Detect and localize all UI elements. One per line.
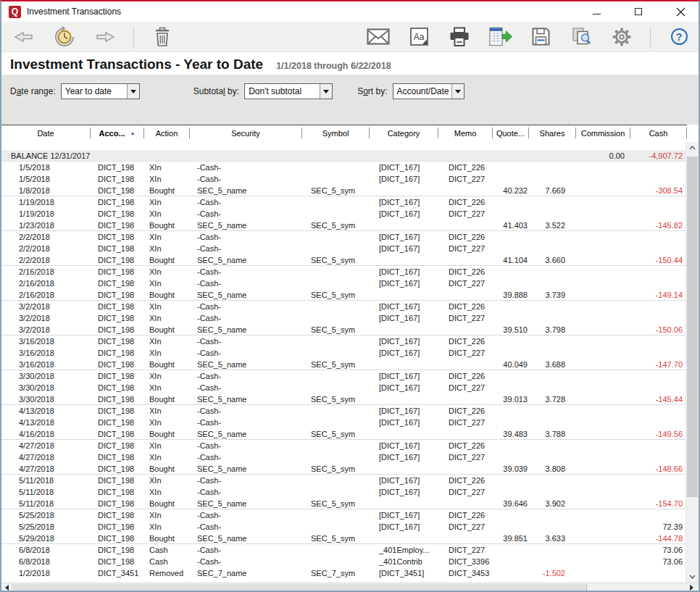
transaction-row[interactable]: 5/11/2018DICT_198BoughtSEC_5_nameSEC_5_s… xyxy=(1,498,687,509)
transaction-row[interactable]: 3/30/2018DICT_198BoughtSEC_5_nameSEC_5_s… xyxy=(1,393,687,405)
scroll-right-button[interactable] xyxy=(687,583,697,592)
cell-category: [DICT_167] xyxy=(370,383,438,392)
column-header-security[interactable]: Security xyxy=(190,128,302,138)
column-header-symbol[interactable]: Symbol xyxy=(302,128,370,138)
vertical-scroll-thumb[interactable] xyxy=(687,157,698,497)
transaction-row[interactable]: 3/30/2018DICT_198XIn-Cash-[DICT_167]DICT… xyxy=(1,370,687,382)
preview-button[interactable] xyxy=(569,25,593,49)
transaction-row[interactable]: 3/16/2018DICT_198XIn-Cash-[DICT_167]DICT… xyxy=(1,335,687,347)
cell-date: 4/13/2018 xyxy=(1,407,91,415)
cell-security: -Cash- xyxy=(190,337,302,346)
transaction-row[interactable]: 5/11/2018DICT_198XIn-Cash-[DICT_167]DICT… xyxy=(1,486,687,498)
transaction-row[interactable]: 1/19/2018DICT_198XIn-Cash-[DICT_167]DICT… xyxy=(1,196,687,208)
cell-security: -Cash- xyxy=(190,279,302,288)
cell-commission: 0.00 xyxy=(576,151,630,160)
transaction-row[interactable]: 2/16/2018DICT_198XIn-Cash-[DICT_167]DICT… xyxy=(1,266,687,278)
print-button[interactable] xyxy=(447,25,472,49)
column-header-memo[interactable]: Memo xyxy=(438,128,493,138)
cell-account: DICT_198 xyxy=(91,488,144,496)
history-button[interactable] xyxy=(52,25,77,49)
subtotal-by-dropdown[interactable]: Don't subtotal xyxy=(244,83,333,99)
transaction-row[interactable]: 4/16/2018DICT_198BoughtSEC_5_nameSEC_5_s… xyxy=(1,428,687,440)
cell-cash: -150.06 xyxy=(630,325,687,334)
transaction-row[interactable]: 3/2/2018DICT_198XIn-Cash-[DICT_167]DICT_… xyxy=(1,301,687,312)
column-header-date[interactable]: Date xyxy=(1,128,91,138)
transaction-row[interactable]: 3/16/2018DICT_198BoughtSEC_5_nameSEC_5_s… xyxy=(1,359,687,370)
help-button[interactable]: ? xyxy=(667,25,691,49)
transaction-row[interactable]: 2/2/2018DICT_198BoughtSEC_5_nameSEC_5_sy… xyxy=(1,254,687,266)
cell-date: 5/11/2018 xyxy=(1,476,91,485)
balance-row[interactable]: BALANCE 12/31/20170.00-4,907.72 xyxy=(1,150,687,162)
cell-quote: 39.510 xyxy=(493,325,529,334)
minimize-button[interactable] xyxy=(588,4,604,19)
transaction-row[interactable]: 2/2/2018DICT_198XIn-Cash-[DICT_167]DICT_… xyxy=(1,243,687,254)
transaction-row[interactable]: 4/27/2018DICT_198BoughtSEC_5_nameSEC_5_s… xyxy=(1,463,687,475)
vertical-scrollbar[interactable] xyxy=(686,142,699,583)
transaction-row[interactable]: 3/2/2018DICT_198BoughtSEC_5_nameSEC_5_sy… xyxy=(1,324,687,335)
print-preview-icon xyxy=(570,27,592,47)
scroll-up-icon xyxy=(689,146,696,150)
cell-shares: 3.688 xyxy=(529,360,576,369)
date-range-dropdown[interactable]: Year to date xyxy=(61,83,140,99)
transaction-row[interactable]: 6/8/2018DICT_198Cash-Cash-_401Employ...D… xyxy=(1,544,687,556)
transaction-row[interactable]: 4/27/2018DICT_198XIn-Cash-[DICT_167]DICT… xyxy=(1,451,687,463)
column-header-quote[interactable]: Quote... xyxy=(493,128,529,138)
scroll-down-button[interactable] xyxy=(686,571,699,583)
column-header-action[interactable]: Action xyxy=(144,128,190,138)
cell-date: 1/8/2018 xyxy=(1,186,91,195)
cell-memo: DICT_227 xyxy=(438,314,493,322)
chevron-down-icon xyxy=(451,84,464,99)
save-button[interactable] xyxy=(528,25,553,49)
transaction-row[interactable]: 3/16/2018DICT_198XIn-Cash-[DICT_167]DICT… xyxy=(1,347,687,359)
transaction-row[interactable]: 5/25/2018DICT_198XIn-Cash-[DICT_167]DICT… xyxy=(1,509,687,521)
back-button[interactable] xyxy=(12,25,36,49)
transaction-row[interactable]: 2/2/2018DICT_198XIn-Cash-[DICT_167]DICT_… xyxy=(1,231,687,243)
transaction-row[interactable]: 4/13/2018DICT_198XIn-Cash-[DICT_167]DICT… xyxy=(1,405,687,417)
horizontal-scrollbar[interactable] xyxy=(1,583,699,592)
transaction-row[interactable]: 2/16/2018DICT_198XIn-Cash-[DICT_167]DICT… xyxy=(1,278,687,289)
transaction-row[interactable]: 1/5/2018DICT_198XIn-Cash-[DICT_167]DICT_… xyxy=(1,173,687,185)
transaction-row[interactable]: 5/25/2018DICT_198XIn-Cash-[DICT_167]DICT… xyxy=(1,521,687,533)
settings-button[interactable] xyxy=(609,25,634,49)
font-button[interactable]: Aa xyxy=(407,25,431,49)
transaction-row[interactable]: 5/29/2018DICT_198BoughtSEC_5_nameSEC_5_s… xyxy=(1,533,687,544)
cell-security: SEC_7_name xyxy=(190,569,302,578)
cell-shares: 3.660 xyxy=(529,256,576,264)
transaction-row[interactable]: 6/8/2018DICT_198Cash-Cash-_401ContribDIC… xyxy=(1,556,687,567)
transaction-row[interactable]: 1/2/2018DICT_3451RemovedSEC_7_nameSEC_7_… xyxy=(1,567,687,579)
email-button[interactable] xyxy=(366,25,391,49)
transaction-row[interactable]: 3/30/2018DICT_198XIn-Cash-[DICT_167]DICT… xyxy=(1,382,687,393)
cell-action: XIn xyxy=(144,511,190,520)
cell-account: DICT_198 xyxy=(91,314,144,322)
horizontal-scroll-thumb[interactable] xyxy=(12,584,587,592)
maximize-button[interactable] xyxy=(630,4,646,19)
delete-button[interactable] xyxy=(150,25,175,49)
cell-memo: DICT_3453 xyxy=(438,569,493,578)
transaction-row[interactable]: 1/19/2018DICT_198XIn-Cash-[DICT_167]DICT… xyxy=(1,208,687,220)
transaction-row[interactable]: 3/2/2018DICT_198XIn-Cash-[DICT_167]DICT_… xyxy=(1,312,687,324)
transaction-row[interactable]: 2/16/2018DICT_198BoughtSEC_5_nameSEC_5_s… xyxy=(1,289,687,301)
transaction-row[interactable]: 1/23/2018DICT_198BoughtSEC_5_nameSEC_5_s… xyxy=(1,220,687,231)
transaction-row[interactable]: 4/27/2018DICT_198XIn-Cash-[DICT_167]DICT… xyxy=(1,440,687,451)
column-header-account[interactable]: Acco...▲ xyxy=(91,128,144,138)
sort-by-dropdown[interactable]: Account/Date xyxy=(393,83,464,99)
scroll-left-button[interactable] xyxy=(1,583,12,592)
transaction-row[interactable]: 1/8/2018DICT_198BoughtSEC_5_nameSEC_5_sy… xyxy=(1,185,687,196)
column-header-commission[interactable]: Commission xyxy=(576,128,630,138)
export-button[interactable] xyxy=(488,25,512,49)
cell-action: Cash xyxy=(144,557,190,566)
transaction-row[interactable]: 1/5/2018DICT_198XIn-Cash-[DICT_167]DICT_… xyxy=(1,162,687,173)
cell-memo: DICT_227 xyxy=(438,244,493,253)
cell-account: DICT_198 xyxy=(91,302,144,311)
scroll-up-button[interactable] xyxy=(686,142,699,154)
cell-memo: DICT_226 xyxy=(438,511,493,520)
column-header-shares[interactable]: Shares xyxy=(529,128,576,138)
column-header-category[interactable]: Category xyxy=(370,128,438,138)
cell-security: SEC_5_name xyxy=(190,430,302,438)
forward-button[interactable] xyxy=(93,25,117,49)
subtotal-by-value: Don't subtotal xyxy=(245,84,320,99)
transaction-row[interactable]: 5/11/2018DICT_198XIn-Cash-[DICT_167]DICT… xyxy=(1,475,687,486)
transaction-row[interactable]: 4/13/2018DICT_198XIn-Cash-[DICT_167]DICT… xyxy=(1,417,687,428)
close-button[interactable] xyxy=(672,4,688,19)
column-header-cash[interactable]: Cash xyxy=(630,128,687,138)
